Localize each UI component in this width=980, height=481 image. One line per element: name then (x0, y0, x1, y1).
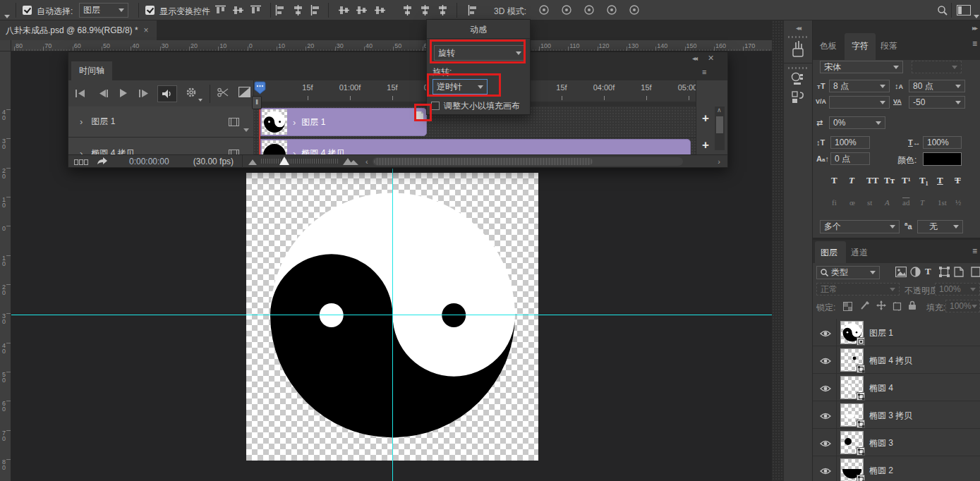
horizontal-scale-field[interactable]: 100% (923, 136, 962, 149)
layer-row[interactable]: 图层 1 (813, 319, 980, 346)
resize-checkbox[interactable] (431, 102, 440, 110)
3d-mode-icon[interactable] (583, 4, 595, 19)
text-style-button[interactable]: T (937, 175, 943, 186)
tab-swatches[interactable]: 色板 (820, 40, 837, 52)
dock-collapse-icon[interactable]: ◂◂ (796, 24, 800, 32)
gear-caret[interactable] (198, 92, 202, 104)
track-bar-layer1[interactable]: ›图层 1 (260, 108, 427, 136)
layer-thumbnail[interactable] (840, 348, 864, 372)
lock-position-icon[interactable] (876, 300, 886, 313)
eye-icon[interactable] (820, 438, 831, 451)
layer-name[interactable]: 椭圆 4 (869, 382, 893, 394)
workspace-layout-icon[interactable] (957, 5, 971, 18)
zoom-out-icon[interactable] (248, 155, 257, 168)
lock-transparent-icon[interactable] (843, 301, 852, 314)
lock-pixels-icon[interactable] (860, 300, 870, 313)
tab-close-icon[interactable]: × (144, 25, 149, 35)
align-icon[interactable] (402, 5, 413, 18)
collapse-icon[interactable]: ◂◂ (692, 54, 696, 62)
timeline-tab[interactable]: 时间轴 (71, 61, 112, 80)
layers-panel-menu-icon[interactable]: ≡ (972, 246, 977, 256)
proportional-spacing-field[interactable]: 0% (829, 116, 885, 129)
layer-thumbnail[interactable] (840, 376, 864, 399)
align-icon[interactable] (250, 5, 261, 18)
opentype-button[interactable]: ad (902, 198, 909, 207)
layer-filter-dropdown[interactable]: 类型 (816, 266, 880, 279)
opentype-button[interactable]: ½ (955, 198, 961, 207)
tab-channels[interactable]: 通道 (851, 247, 868, 259)
3d-mode-icon[interactable] (605, 4, 618, 19)
3d-mode-icon[interactable] (628, 4, 641, 19)
text-style-button[interactable]: TT (866, 175, 878, 186)
layer-name[interactable]: 椭圆 3 拷贝 (869, 410, 912, 422)
align-icon[interactable] (215, 5, 226, 18)
search-icon[interactable] (937, 5, 948, 18)
scroll-left-icon[interactable]: ‹ (365, 157, 368, 166)
tool-preset-caret[interactable] (4, 8, 10, 21)
playhead-grabber[interactable]: ‖ (252, 96, 262, 109)
text-style-button[interactable]: T₁ (919, 175, 928, 186)
text-style-button[interactable]: Tт (884, 175, 895, 186)
eye-icon[interactable] (820, 383, 831, 396)
align-icon[interactable] (375, 5, 385, 18)
track-header-ellipse4copy[interactable]: › 椭圆 4 拷贝 (68, 138, 253, 154)
panels-collapse-icon[interactable]: ▸▸ (972, 24, 976, 32)
3d-mode-icon[interactable] (560, 4, 573, 19)
vertical-scale-field[interactable]: 100% (830, 136, 870, 149)
timeline-zoom-slider[interactable] (261, 159, 339, 164)
text-style-button[interactable]: T (831, 175, 837, 186)
language-dropdown[interactable]: 多个 (820, 220, 900, 233)
eye-icon[interactable] (820, 410, 831, 423)
tab-layers[interactable]: 图层 (821, 247, 837, 259)
filter-smartobject-icon[interactable] (954, 267, 964, 280)
align-icon[interactable] (233, 5, 243, 18)
track-bar-ellipse4copy[interactable]: ›椭圆 4 拷贝 (260, 139, 691, 154)
align-icon[interactable] (275, 5, 286, 18)
align-icon[interactable] (468, 5, 478, 18)
prev-frame-icon[interactable] (98, 87, 108, 100)
filter-type-icon[interactable]: T (925, 266, 931, 277)
first-frame-icon[interactable] (75, 87, 85, 100)
brush-panel-icon[interactable] (790, 40, 806, 61)
zoom-in-icon[interactable] (343, 155, 358, 168)
opacity-field[interactable]: 100% (935, 283, 980, 296)
font-style-dropdown[interactable] (912, 61, 962, 73)
filter-shape-icon[interactable] (939, 267, 950, 280)
ruler-vertical[interactable]: 403020100102030405060708090100 (0, 51, 11, 481)
align-icon[interactable] (437, 5, 448, 18)
scrollbar-thumb[interactable] (716, 116, 723, 133)
opentype-button[interactable]: fi (832, 198, 837, 207)
opentype-button[interactable]: A (885, 198, 890, 207)
guide-horizontal[interactable] (11, 315, 772, 315)
3d-panel-icon[interactable] (790, 71, 806, 88)
add-media-button[interactable]: + (702, 111, 709, 126)
align-icon[interactable] (310, 5, 321, 18)
playhead-marker[interactable] (254, 81, 266, 97)
font-size-field[interactable]: 8 点 (829, 80, 890, 92)
opentype-button[interactable]: 1st (938, 198, 947, 207)
fill-field[interactable]: 100% (945, 300, 980, 312)
eye-icon[interactable] (820, 328, 831, 341)
layer-name[interactable]: 椭圆 2 (869, 465, 893, 477)
opentype-button[interactable]: st (867, 198, 872, 207)
layer-name[interactable]: 椭圆 3 (869, 437, 893, 449)
panel-menu-icon[interactable]: ≡ (702, 68, 706, 76)
layer-thumbnail[interactable] (840, 321, 864, 344)
ruler-corner[interactable] (0, 40, 11, 51)
settings-gear-icon[interactable] (186, 87, 197, 101)
layer-row[interactable]: 椭圆 2 (813, 456, 980, 481)
timeline-hscroll[interactable] (373, 157, 683, 166)
tracking-field[interactable]: -50 (909, 96, 965, 109)
char-panel-menu-icon[interactable]: ≡ (972, 39, 977, 49)
document-tab[interactable]: 八卦未成品.psd @ 68.9%(RGB/8) * × (0, 20, 157, 40)
ruler-horizontal[interactable]: 8070605040302010010203040506070809010011… (0, 40, 772, 51)
lock-all-icon[interactable] (908, 300, 917, 313)
show-transform-checkbox[interactable] (145, 6, 155, 15)
baseline-shift-field[interactable]: 0 点 (830, 152, 870, 165)
opentype-button[interactable]: œ (849, 198, 855, 207)
layer-thumbnail[interactable] (840, 431, 864, 454)
auto-select-target-dropdown[interactable]: 图层 (79, 3, 128, 18)
track-options-icon[interactable] (229, 150, 239, 155)
opentype-button[interactable]: T (920, 198, 924, 207)
layer-thumbnail[interactable] (840, 458, 864, 481)
